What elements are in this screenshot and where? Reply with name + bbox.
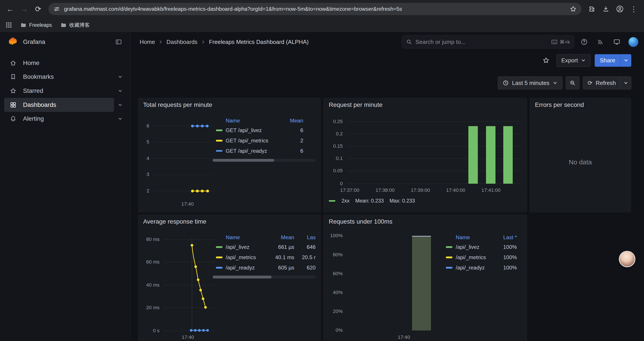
legend-row[interactable]: GET /api/_livez 6 <box>212 125 303 136</box>
chevron-down-icon[interactable] <box>114 71 126 83</box>
brand-name: Grafana <box>23 38 108 46</box>
legend-row[interactable]: GET /api/_readyz 6 <box>212 146 303 156</box>
series-name[interactable]: /api/_metrics <box>456 254 494 260</box>
profile-icon[interactable] <box>613 2 627 16</box>
breadcrumb-home[interactable]: Home <box>140 39 155 46</box>
bookmark-label: 收藏博客 <box>69 22 90 29</box>
bookmark-folder-blog[interactable]: 收藏博客 <box>60 22 90 29</box>
floating-avatar-widget[interactable] <box>620 252 634 266</box>
legend-row[interactable]: /api/_metrics 40.1 ms 20.5 r <box>212 252 316 263</box>
panel-title[interactable]: Total requests per minute <box>143 101 212 108</box>
chevron-down-icon <box>552 81 558 85</box>
legend-series[interactable]: 2xx <box>329 198 350 204</box>
legend-header-last[interactable]: Las <box>294 234 316 240</box>
url-input[interactable] <box>64 6 566 12</box>
sidebar-item-bookmarks-button[interactable]: Bookmarks <box>4 70 114 84</box>
download-icon[interactable] <box>599 2 613 16</box>
panel-title[interactable]: Average response time <box>143 218 206 225</box>
legend-row[interactable]: /api/_livez 661 µs 646 <box>212 242 316 252</box>
legend-row[interactable]: /api/_metrics 100% <box>446 252 517 263</box>
sidebar-item-starred: Starred <box>4 84 126 98</box>
series-last: 100% <box>494 265 517 271</box>
panel-total-requests: Total requests per minute 6 5 4 3 2 17:4… <box>138 98 321 212</box>
extensions-icon[interactable] <box>585 2 599 16</box>
series-name[interactable]: /api/_readyz <box>456 265 494 271</box>
zoom-out-button[interactable] <box>566 76 580 90</box>
timeseries-chart[interactable] <box>162 235 216 335</box>
series-name[interactable]: GET /api/_metrics <box>226 138 286 144</box>
monitor-icon[interactable] <box>610 35 624 49</box>
scrollbar-thumb[interactable] <box>212 159 274 162</box>
panel-grid: Total requests per minute 6 5 4 3 2 17:4… <box>131 69 137 71</box>
series-name[interactable]: /api/_metrics <box>226 254 268 260</box>
panel-title[interactable]: Errors per second <box>535 101 584 108</box>
legend-row[interactable]: GET /api/_metrics 2 <box>212 135 303 146</box>
bookmark-folder-freeleaps[interactable]: Freeleaps <box>20 22 52 28</box>
legend-scrollbar[interactable] <box>212 276 316 278</box>
apps-grid-icon[interactable] <box>6 22 12 28</box>
browser-menu-icon[interactable]: ⋮ <box>627 2 641 16</box>
share-menu-button[interactable] <box>620 54 631 67</box>
scrollbar-thumb[interactable] <box>212 276 272 278</box>
legend-row[interactable]: /api/_readyz 100% <box>446 262 517 273</box>
dashboards-grid-icon <box>10 102 16 108</box>
user-avatar[interactable] <box>628 37 638 47</box>
share-button[interactable]: Share <box>595 54 621 67</box>
series-color-indicator <box>446 246 452 248</box>
search-input[interactable] <box>416 39 548 46</box>
home-icon <box>10 60 16 66</box>
sidebar-item-home-button[interactable]: Home <box>4 56 126 70</box>
sidebar: Grafana Home <box>0 32 131 341</box>
reload-icon[interactable]: ⟳ <box>31 2 45 16</box>
chevron-down-icon[interactable] <box>114 113 126 125</box>
series-name[interactable]: /api/_livez <box>226 244 268 250</box>
panel-title[interactable]: Requests under 100ms <box>329 218 392 225</box>
bookmark-icon <box>10 74 16 80</box>
legend-header-name[interactable]: Name <box>456 234 494 240</box>
legend-row[interactable]: /api/_livez 100% <box>446 242 517 252</box>
refresh-interval-button[interactable] <box>620 77 631 89</box>
forward-icon[interactable]: → <box>17 2 31 16</box>
series-name[interactable]: /api/_readyz <box>226 265 268 271</box>
sidebar-item-alerting-button[interactable]: Alerting <box>4 112 114 126</box>
timeseries-chart[interactable] <box>150 121 216 199</box>
legend-table: Name Last * /api/_livez 100% /api/_metri… <box>446 233 517 273</box>
bell-icon <box>10 115 16 122</box>
panel-requests-under-100ms: Requests under 100ms 100% 80% 60% 40% 20… <box>324 215 527 341</box>
time-range-picker[interactable]: Last 5 minutes <box>498 76 562 90</box>
back-icon[interactable]: ← <box>3 2 17 16</box>
sidebar-item-dashboards-button[interactable]: Dashboards <box>4 98 114 112</box>
legend-header-name[interactable]: Name <box>226 118 286 124</box>
chevron-down-icon[interactable] <box>114 85 126 97</box>
chevron-down-icon[interactable] <box>114 99 126 111</box>
news-rss-icon[interactable] <box>594 35 607 49</box>
series-name[interactable]: GET /api/_livez <box>226 127 286 133</box>
url-bar[interactable] <box>48 3 582 15</box>
percent-bar[interactable] <box>412 236 431 330</box>
legend-row[interactable]: /api/_readyz 605 µs 620 <box>212 262 316 273</box>
series-mean: 2 <box>285 138 303 144</box>
sidebar-item-starred-button[interactable]: Starred <box>4 84 114 98</box>
help-icon[interactable] <box>577 35 590 49</box>
panel-title[interactable]: Request per minute <box>329 101 382 108</box>
series-name[interactable]: GET /api/_readyz <box>226 148 286 154</box>
legend-header-mean[interactable]: Mean <box>268 234 294 240</box>
legend-header-mean[interactable]: Mean <box>285 118 303 124</box>
x-axis-tick: 17:40 <box>178 334 198 340</box>
legend-scrollbar[interactable] <box>212 159 316 162</box>
search-bar[interactable]: ⌘+k <box>402 35 574 49</box>
legend-header-last[interactable]: Last * <box>494 234 517 240</box>
series-color-indicator <box>216 256 222 258</box>
legend-header-name[interactable]: Name <box>226 234 268 240</box>
refresh-icon: ⟳ <box>588 80 592 87</box>
bookmark-star-icon[interactable] <box>570 6 577 13</box>
export-button[interactable]: Export <box>556 54 590 67</box>
series-name[interactable]: /api/_livez <box>456 244 494 250</box>
refresh-button[interactable]: ⟳ Refresh <box>583 77 620 89</box>
breadcrumb-dashboards[interactable]: Dashboards <box>166 39 197 46</box>
dock-menu-icon[interactable] <box>112 36 124 48</box>
bar-chart[interactable] <box>347 119 520 185</box>
grafana-logo[interactable] <box>8 37 18 47</box>
site-info-icon[interactable] <box>54 6 60 12</box>
favorite-star-icon[interactable] <box>540 54 552 67</box>
